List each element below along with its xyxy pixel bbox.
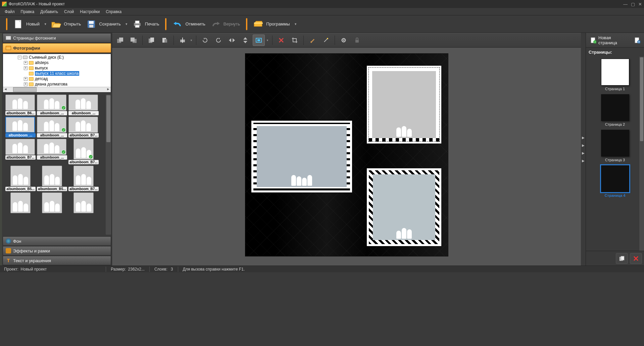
- bring-forward-button[interactable]: [128, 35, 140, 46]
- svg-point-32: [327, 38, 328, 39]
- page-canvas[interactable]: [245, 54, 448, 256]
- thumbnail-item[interactable]: ✓albumboom_...: [37, 117, 67, 137]
- thumbnail-area: albumboom_B6...✓albumboom_...albumboom_.…: [2, 93, 112, 236]
- splitter[interactable]: ▶ ▶ ▶ ▶: [581, 33, 586, 266]
- svg-marker-24: [233, 38, 235, 42]
- thumbnail-item[interactable]: [37, 192, 67, 213]
- tree-hscroll[interactable]: ◄►: [3, 87, 111, 92]
- photo-frame-3[interactable]: [367, 168, 441, 246]
- background-icon: [6, 238, 11, 244]
- thumbnail-label: albumboom_B7...: [68, 133, 99, 137]
- thumbnail-item[interactable]: albumboom_B7...: [5, 139, 36, 164]
- duplicate-page-button[interactable]: [616, 253, 628, 264]
- programs-button[interactable]: Программы: [251, 18, 292, 31]
- minimize-button[interactable]: —: [623, 2, 628, 7]
- align-button[interactable]: [177, 35, 189, 46]
- thumbnail-item[interactable]: albumboom_B5...: [37, 166, 67, 191]
- tree-folder[interactable]: +выпуск: [4, 65, 109, 71]
- thumbnail-item[interactable]: [68, 192, 99, 213]
- menu-layer[interactable]: Слой: [61, 9, 77, 15]
- paste-button[interactable]: [159, 35, 171, 46]
- page-thumb[interactable]: Страница 3: [601, 130, 629, 162]
- acc-text[interactable]: T Текст и украшения: [3, 256, 111, 265]
- tree-folder[interactable]: выпуск 11 класс школа: [4, 71, 109, 76]
- thumbnail-item[interactable]: ✓albumboom_...: [37, 139, 67, 164]
- programs-label: Программы: [266, 21, 290, 26]
- thumbs-vscroll[interactable]: [106, 95, 111, 235]
- menu-edit[interactable]: Правка: [18, 9, 37, 15]
- page-thumb[interactable]: Страница 2: [601, 94, 629, 126]
- gear-button[interactable]: [338, 35, 350, 46]
- thumbnail-item[interactable]: [5, 192, 36, 213]
- thumbnail-item[interactable]: albumboom_...: [68, 95, 99, 115]
- tree-folder[interactable]: +детсад: [4, 76, 109, 81]
- splitter-arrow[interactable]: ▶: [582, 159, 585, 163]
- acc-effects[interactable]: Эффекты и рамки: [3, 246, 111, 255]
- open-button[interactable]: Открыть: [48, 18, 84, 31]
- delete-button[interactable]: [275, 35, 287, 46]
- print-button[interactable]: Печать: [130, 18, 162, 31]
- send-backward-button[interactable]: [114, 35, 126, 46]
- thumbnail-item[interactable]: albumboom_...: [5, 117, 36, 137]
- delete-page-button[interactable]: [630, 253, 642, 264]
- new-page-button[interactable]: + Новая страница: [587, 34, 631, 47]
- save-dropdown[interactable]: ▼: [123, 22, 130, 26]
- snap-dropdown[interactable]: ▼: [266, 39, 269, 42]
- check-icon: ✓: [61, 150, 66, 154]
- menu-add[interactable]: Добавить: [38, 9, 61, 15]
- folder-tree[interactable]: −Съемный диск (E:)+allsteps+выпусквыпуск…: [3, 54, 111, 93]
- page-thumb[interactable]: Страница 4: [601, 165, 629, 197]
- rotate-left-button[interactable]: [199, 35, 211, 46]
- thumbnail-item[interactable]: albumboom_B7...: [68, 117, 99, 137]
- thumbnail-label: albumboom_B7...: [68, 160, 99, 164]
- thumbnail-item[interactable]: albumboom_B7...: [68, 166, 99, 191]
- undo-button[interactable]: Отменить: [170, 18, 208, 31]
- splitter-arrow[interactable]: ▶: [582, 143, 585, 147]
- svg-rect-4: [89, 25, 93, 27]
- pages-vscroll[interactable]: [639, 57, 644, 251]
- flip-h-button[interactable]: [226, 35, 238, 46]
- rotate-right-button[interactable]: [212, 35, 225, 46]
- canvas-viewport[interactable]: [112, 48, 581, 266]
- splitter-arrow[interactable]: ▶: [582, 151, 585, 155]
- tree-folder[interactable]: +диана долматова: [4, 81, 109, 87]
- save-button[interactable]: Сохранить: [84, 18, 123, 31]
- programs-dropdown[interactable]: ▼: [293, 22, 299, 26]
- photo-frame-2[interactable]: [367, 66, 441, 143]
- acc-photos[interactable]: Фотографии: [3, 43, 111, 53]
- menu-help[interactable]: Справка: [103, 9, 124, 15]
- splitter-arrow[interactable]: ▶: [582, 136, 585, 139]
- page-thumb[interactable]: Страница 1: [601, 59, 629, 91]
- photo-frame-1[interactable]: [251, 121, 352, 192]
- wand-button[interactable]: [320, 35, 332, 46]
- menu-settings[interactable]: Настройки: [77, 9, 102, 15]
- svg-rect-7: [135, 25, 139, 27]
- menu-file[interactable]: Файл: [2, 9, 17, 15]
- align-dropdown[interactable]: ▼: [190, 39, 193, 42]
- tree-folder[interactable]: +allsteps: [4, 60, 109, 65]
- acc-effects-label: Эффекты и рамки: [13, 248, 50, 253]
- snap-toggle[interactable]: [253, 35, 265, 46]
- flip-v-button[interactable]: [239, 35, 251, 46]
- close-button[interactable]: ✕: [638, 2, 642, 7]
- new-dropdown[interactable]: ▼: [42, 22, 48, 26]
- thumbnail-item[interactable]: albumboom_B6...: [5, 95, 36, 115]
- acc-bookpages[interactable]: Страницы фотокниги: [3, 33, 111, 43]
- thumbnail-item[interactable]: ✓albumboom_...: [37, 95, 67, 115]
- crop-button[interactable]: [289, 35, 301, 46]
- thumbnail-item[interactable]: ✓albumboom_B7...: [68, 139, 99, 164]
- acc-background[interactable]: Фон: [3, 236, 111, 246]
- thumbnail-item[interactable]: albumboom_B5...: [5, 166, 36, 191]
- brush-button[interactable]: [306, 35, 318, 46]
- lock-button[interactable]: [351, 35, 363, 46]
- maximize-button[interactable]: ▢: [631, 2, 635, 7]
- redo-label: Вернуть: [224, 21, 240, 26]
- copy-button[interactable]: [145, 35, 157, 46]
- tree-drive[interactable]: −Съемный диск (E:): [4, 55, 109, 60]
- check-icon: ✓: [61, 128, 66, 132]
- open-label: Открыть: [64, 21, 81, 26]
- page-settings-button[interactable]: [632, 35, 643, 46]
- thumbnail-label: albumboom_...: [5, 133, 36, 137]
- new-button[interactable]: Новый: [11, 18, 42, 31]
- redo-button[interactable]: Вернуть: [208, 18, 243, 31]
